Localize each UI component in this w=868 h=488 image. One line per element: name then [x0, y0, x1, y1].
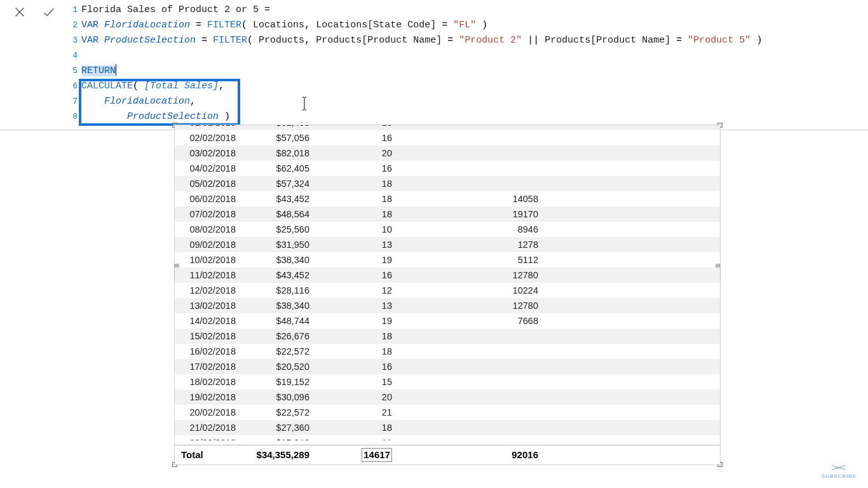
table-row[interactable]: 01/02/2018$62,40515	[175, 125, 720, 130]
cell-date: 15/02/2018	[175, 329, 243, 344]
cell-qty: 18	[317, 176, 400, 191]
cell-qty: 20	[317, 146, 400, 161]
cell-date: 05/02/2018	[175, 176, 243, 191]
cell-qty: 15	[317, 374, 400, 390]
commit-button[interactable]	[41, 4, 57, 20]
table-row-partial[interactable]: 22/02/2018$15,04811	[175, 435, 720, 440]
code-line-3: VAR ProductSelection = FILTER( Products,…	[81, 33, 762, 48]
cancel-button[interactable]	[11, 4, 28, 20]
total-row: Total $34,355,289 14617 92016	[175, 445, 720, 464]
table-row[interactable]: 07/02/2018$48,5641819170	[175, 207, 720, 222]
cell-sales: $57,056	[243, 130, 317, 146]
table-row[interactable]: 11/02/2018$43,4521612780	[175, 268, 720, 283]
cell-qty: 16	[317, 268, 400, 283]
cell-qty: 13	[317, 298, 400, 313]
cell-sales: $27,360	[243, 420, 317, 435]
cell-sales: $43,452	[243, 191, 317, 207]
code-line-2: VAR FloridaLocation = FILTER( Locations,…	[81, 18, 487, 33]
formula-bar: 1Florida Sales of Product 2 or 5 = 2VAR …	[0, 0, 868, 130]
table-row[interactable]: 21/02/2018$27,36018	[175, 420, 720, 435]
table-row[interactable]: 12/02/2018$28,1161210224	[175, 283, 720, 298]
cell-measure: 7668	[400, 313, 543, 329]
table-row[interactable]: 10/02/2018$38,340195112	[175, 252, 720, 268]
cell-sales: $22,572	[243, 405, 317, 420]
table-row[interactable]: 17/02/2018$20,52016	[175, 359, 720, 374]
cell-date: 10/02/2018	[175, 252, 243, 268]
dax-editor[interactable]: 1Florida Sales of Product 2 or 5 = 2VAR …	[69, 0, 868, 130]
cell-qty: 20	[317, 390, 400, 405]
table-row[interactable]: 08/02/2018$25,560108946	[175, 222, 720, 237]
cell-sales: $19,152	[243, 374, 317, 390]
table-row[interactable]: 06/02/2018$43,4521814058	[175, 191, 720, 207]
cell-date: 17/02/2018	[175, 359, 243, 374]
table-row[interactable]: 19/02/2018$30,09620	[175, 390, 720, 405]
cell-date: 08/02/2018	[175, 222, 243, 237]
cell-sales: $38,340	[243, 252, 317, 268]
cell-measure	[400, 405, 543, 420]
dna-icon	[831, 463, 847, 472]
cell-date: 01/02/2018	[175, 125, 243, 130]
table-row[interactable]: 18/02/2018$19,15215	[175, 374, 720, 390]
cell-measure	[400, 161, 543, 176]
cell-qty: 19	[317, 313, 400, 329]
table-row[interactable]: 16/02/2018$22,57218	[175, 344, 720, 359]
code-line-4	[81, 48, 87, 64]
cell-date: 11/02/2018	[175, 268, 243, 283]
formula-actions	[0, 0, 69, 130]
table-row[interactable]: 15/02/2018$26,67618	[175, 329, 720, 344]
table-visual[interactable]: 01/02/2018$62,4051502/02/2018$57,0561603…	[174, 125, 721, 465]
cell-sales: $82,018	[243, 146, 317, 161]
total-measure: 92016	[400, 445, 543, 464]
table-row[interactable]: 13/02/2018$38,3401312780	[175, 298, 720, 313]
table-row[interactable]: 14/02/2018$48,744197668	[175, 313, 720, 329]
cell-measure	[400, 390, 543, 405]
table-row[interactable]: 05/02/2018$57,32418	[175, 176, 720, 191]
cell-measure: 5112	[400, 252, 543, 268]
cell-sales: $28,116	[243, 283, 317, 298]
table-body[interactable]: 01/02/2018$62,4051502/02/2018$57,0561603…	[175, 125, 720, 444]
cell-measure	[400, 125, 543, 130]
code-line-6: CALCULATE( [Total Sales],	[81, 79, 224, 94]
cell-qty: 19	[317, 252, 400, 268]
cell-measure: 19170	[400, 207, 543, 222]
cell-qty: 15	[317, 125, 400, 130]
total-label: Total	[175, 445, 243, 464]
cell-date: 19/02/2018	[175, 390, 243, 405]
subscribe-badge[interactable]: SUBSCRIBE	[822, 463, 857, 479]
cell-measure	[400, 176, 543, 191]
total-sales: $34,355,289	[243, 445, 317, 464]
cell-date: 09/02/2018	[175, 237, 243, 252]
cell-qty: 16	[317, 161, 400, 176]
cell-date: 21/02/2018	[175, 420, 243, 435]
cell-measure	[400, 329, 543, 344]
total-qty: 14617	[317, 445, 400, 464]
cell-sales: $62,405	[243, 161, 317, 176]
cell-date: 03/02/2018	[175, 146, 243, 161]
cell-measure: 8946	[400, 222, 543, 237]
cell-measure	[400, 359, 543, 374]
table-row[interactable]: 02/02/2018$57,05616	[175, 130, 720, 146]
table-row[interactable]: 04/02/2018$62,40516	[175, 161, 720, 176]
cell-sales: $30,096	[243, 390, 317, 405]
cell-date: 12/02/2018	[175, 283, 243, 298]
code-line-5: RETURN	[81, 64, 116, 79]
cell-sales: $22,572	[243, 344, 317, 359]
table-row[interactable]: 20/02/2018$22,57221	[175, 405, 720, 420]
cell-qty: 18	[317, 344, 400, 359]
cell-sales: $31,950	[243, 237, 317, 252]
cell-measure	[400, 374, 543, 390]
cell-measure	[400, 130, 543, 146]
cell-date: 20/02/2018	[175, 405, 243, 420]
cell-qty: 18	[317, 191, 400, 207]
cell-qty: 18	[317, 420, 400, 435]
cell-sales: $38,340	[243, 298, 317, 313]
close-icon	[13, 5, 27, 19]
cell-measure: 10224	[400, 283, 543, 298]
cell-qty: 10	[317, 222, 400, 237]
cell-sales: $26,676	[243, 329, 317, 344]
cell-qty: 18	[317, 207, 400, 222]
table-row[interactable]: 03/02/2018$82,01820	[175, 146, 720, 161]
cell-sales: $20,520	[243, 359, 317, 374]
table-row[interactable]: 09/02/2018$31,950131278	[175, 237, 720, 252]
cell-measure: 14058	[400, 191, 543, 207]
